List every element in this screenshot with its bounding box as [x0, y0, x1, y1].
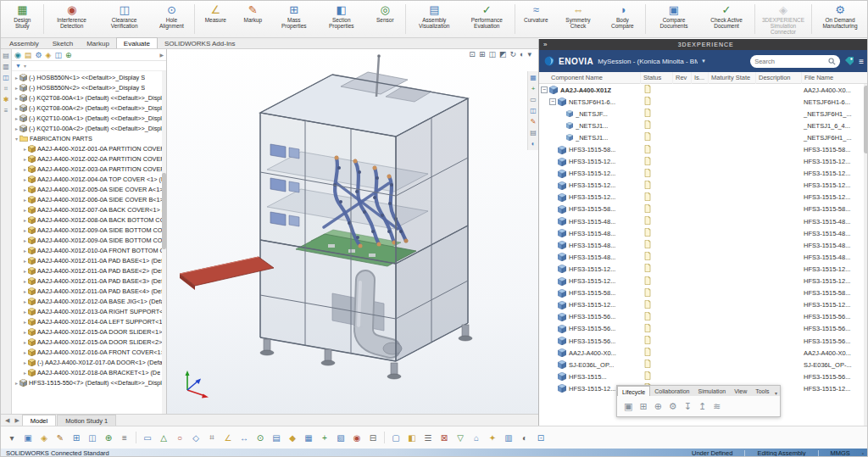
bottom-toolbar-icon-28[interactable]: ☰	[421, 431, 435, 444]
expand-caret-icon[interactable]: ▸	[22, 268, 28, 274]
panel-scrollbar[interactable]	[864, 84, 868, 426]
tree-item[interactable]: ▸AA2J-A400-X01Z-010-0A FRONT BOTTOM CO	[12, 245, 166, 255]
tree-item[interactable]: ▸AA2J-A400-X01Z-012-0A BASE JIG<1> (Defa…	[12, 296, 166, 306]
tree-item[interactable]: ▸(-) AA2J-A400-X01Z-017-0A DOOR<1> (Defa…	[12, 357, 166, 367]
column-header-component-name[interactable]: Component Name	[539, 72, 641, 84]
expand-caret-icon[interactable]: ▸	[22, 298, 28, 304]
headsup-icon-7[interactable]: ▾	[527, 50, 531, 59]
bottom-toolbar-icon-6[interactable]: ◫	[86, 431, 99, 444]
overlay-caret-icon[interactable]: ▾	[775, 390, 780, 396]
session-selector[interactable]: MySession - (Konica Minolta - BM...	[598, 58, 698, 65]
bottom-toolbar-icon-33[interactable]: ▥	[502, 431, 515, 444]
column-header-maturity-state[interactable]: Maturity State	[709, 72, 756, 84]
search-input[interactable]	[754, 58, 826, 65]
filter-caret-icon[interactable]: ▾	[24, 63, 26, 69]
bottom-toolbar-icon-2[interactable]: ▣	[21, 431, 35, 444]
ribbon-button-body-compare[interactable]: ◑Body Compare	[602, 2, 643, 36]
tree-item[interactable]: ▸(-) HOSB550N<2> <<Default>>_Display S	[12, 82, 166, 92]
component-row[interactable]: HFS3-1515-58...HFS3-1515-58...	[539, 143, 868, 155]
tree-flyout-arrow-icon[interactable]: ▶	[159, 52, 164, 58]
expand-caret-icon[interactable]: ▸	[22, 258, 28, 264]
overlay-tab-view[interactable]: View	[730, 386, 751, 396]
ribbon-button-on-demand-manufacturing[interactable]: ⚙On Demand Manufacturing	[814, 2, 866, 36]
side-strip-icon-3[interactable]: ◫	[3, 74, 9, 81]
headsup-icon-5[interactable]: ↻	[509, 50, 516, 59]
tree-item[interactable]: ▸AA2J-A400-X01Z-018-0A BRACKET<1> (De	[12, 367, 166, 377]
tree-toolbar-icon-6[interactable]: ⊕	[65, 51, 72, 59]
tree-item[interactable]: ▾FABRICATION PARTS	[12, 133, 166, 143]
bottom-toolbar-icon-24[interactable]: ⊟	[366, 431, 380, 444]
overlay-tab-tools[interactable]: Tools	[751, 386, 773, 396]
ribbon-button-performance-evaluation[interactable]: ✓Performance Evaluation	[460, 2, 513, 36]
tree-item[interactable]: ▸AA2J-A400-X01Z-007-0A BACK COVER<1> (D	[12, 204, 166, 215]
component-row[interactable]: HFS3-1515-12...HFS3-1515-12...	[539, 299, 868, 311]
lifecycle-tool-icon-1[interactable]: ▣	[624, 401, 632, 412]
tree-item[interactable]: ▸(-) HOSB550N<1> <<Default>>_Display S	[12, 72, 166, 82]
bottom-toolbar-icon-31[interactable]: ⌂	[470, 431, 483, 444]
expand-caret-icon[interactable]: ▸	[22, 187, 28, 192]
component-row[interactable]: HFS3-1515-58...HFS3-1515-58...	[539, 203, 868, 215]
expand-caret-icon[interactable]: ▸	[22, 166, 28, 172]
lifecycle-tool-icon-6[interactable]: ↥	[698, 401, 706, 412]
bottom-toolbar-icon-34[interactable]: ◐	[518, 431, 531, 444]
viewport[interactable]: ⊡⊞◫◩↻◐▾ ▦+▭◫✎▤◐	[167, 49, 538, 414]
bottom-toolbar-icon-21[interactable]: +	[318, 431, 331, 444]
side-strip-icon-4[interactable]: ⌗	[4, 85, 8, 92]
tab-markup[interactable]: Markup	[80, 37, 116, 48]
column-header-status[interactable]: Status	[641, 72, 673, 84]
component-row[interactable]: SJ-E036L_OP...SJ-E036L_OP-...	[539, 359, 868, 371]
component-row[interactable]: _NETSJ1..._NETSJF6H1_...	[539, 131, 868, 143]
bottom-toolbar-icon-1[interactable]: ▾	[5, 431, 19, 444]
tree-item[interactable]: ▸AA2J-A400-X01Z-014-0A LEFT SUPPORT<1> (	[12, 316, 166, 326]
component-row[interactable]: HFS3-1515-12...HFS3-1515-12...	[539, 192, 868, 203]
component-row[interactable]: HFS3-1515-48...HFS3-1515-48...	[539, 251, 868, 263]
headsup-icon-2[interactable]: ⊞	[479, 50, 486, 59]
component-row[interactable]: HFS3-1515-58...HFS3-1515-58...	[539, 287, 868, 299]
ribbon-button-hole-alignment[interactable]: ⊙Hole Alignment	[151, 2, 193, 36]
overlay-tab-collaboration[interactable]: Collaboration	[650, 386, 693, 396]
bottom-toolbar-icon-8[interactable]: ≡	[118, 431, 131, 444]
component-row[interactable]: HFS3-1515-12...HFS3-1515-12...	[539, 263, 868, 275]
bottom-toolbar-icon-27[interactable]: ◧	[405, 431, 419, 444]
ribbon-button-section-properties[interactable]: ◧Section Properties	[316, 2, 366, 36]
column-header-file-name[interactable]: File Name	[802, 72, 868, 84]
task-pane-icon-4[interactable]: ◫	[530, 107, 537, 114]
tree-item[interactable]: ▸AA2J-A400-X01Z-004-0A TOP COVER <1> (De	[12, 174, 166, 184]
tree-item[interactable]: ▸AA2J-A400-X01Z-009-0A SIDE BOTTOM COVE	[12, 235, 166, 245]
menu-icon[interactable]: ≡	[859, 57, 864, 66]
task-pane-icon-5[interactable]: ✎	[531, 118, 537, 125]
ribbon-button-measure[interactable]: ∠Measure	[197, 2, 234, 36]
component-row[interactable]: HFS3-1515-56...HFS3-1515-56...	[539, 335, 868, 347]
task-pane-icon-7[interactable]: ◐	[531, 140, 536, 148]
expand-caret-icon[interactable]: ▸	[22, 309, 28, 315]
ribbon-button-curvature[interactable]: ≈Curvature	[517, 2, 554, 36]
bottom-toolbar-icon-14[interactable]: ⌗	[205, 431, 219, 444]
component-row[interactable]: HFS3-1515-48...HFS3-1515-48...	[539, 239, 868, 251]
tree-item[interactable]: ▸AA2J-A400-X01Z-005-0A SIDE COVER A<1> (…	[12, 184, 166, 194]
filter-icon[interactable]: ▼	[15, 63, 21, 69]
expand-caret-icon[interactable]: ▸	[22, 278, 28, 284]
ribbon-button-compare-documents[interactable]: ▣Compare Documents	[648, 2, 700, 36]
tree-item[interactable]: ▸AA2J-A400-X01Z-016-0A FRONT COVER<1> (	[12, 347, 166, 357]
bottom-toolbar-icon-32[interactable]: ✦	[486, 431, 499, 444]
tree-item[interactable]: ▸AA2J-A400-X01Z-015-0A DOOR SLIDER<2> (D	[12, 337, 166, 347]
expand-caret-icon[interactable]: ▸	[22, 319, 28, 325]
tree-item[interactable]: ▸(-) KQ2T10-00A<1> (Default) <<Default>>…	[12, 113, 166, 123]
task-pane-icon-6[interactable]: ▤	[530, 129, 537, 137]
bottom-toolbar-icon-22[interactable]: ▧	[334, 431, 348, 444]
tree-item[interactable]: ▸AA2J-A400-X01Z-003-0A PARTITION COVER B	[12, 164, 166, 174]
headsup-icon-3[interactable]: ◫	[488, 50, 496, 59]
component-row[interactable]: HFS3-1515-56...HFS3-1515-56...	[539, 323, 868, 335]
bottom-toolbar-icon-15[interactable]: ∠	[221, 431, 235, 444]
expand-caret-icon[interactable]: ▸	[22, 370, 28, 376]
lifecycle-tool-icon-2[interactable]: ⊞	[639, 401, 647, 412]
bottom-toolbar-icon-5[interactable]: ⊞	[70, 431, 83, 444]
chevron-down-icon[interactable]: ▾	[702, 58, 705, 64]
bottom-toolbar-icon-13[interactable]: ◇	[189, 431, 203, 444]
component-row[interactable]: HFS3-1515-12...HFS3-1515-12...	[539, 180, 868, 192]
expand-caret-icon[interactable]: ▸	[22, 288, 28, 294]
expand-caret-icon[interactable]: ▸	[22, 197, 28, 203]
component-row[interactable]: −NETSJF6H1-6...NETSJF6H1-6...	[539, 96, 868, 108]
tree-item[interactable]: ▸(-) KQ2T10-00A<2> (Default) <<Default>>…	[12, 123, 166, 133]
column-header-is[interactable]: Is...	[692, 72, 709, 84]
